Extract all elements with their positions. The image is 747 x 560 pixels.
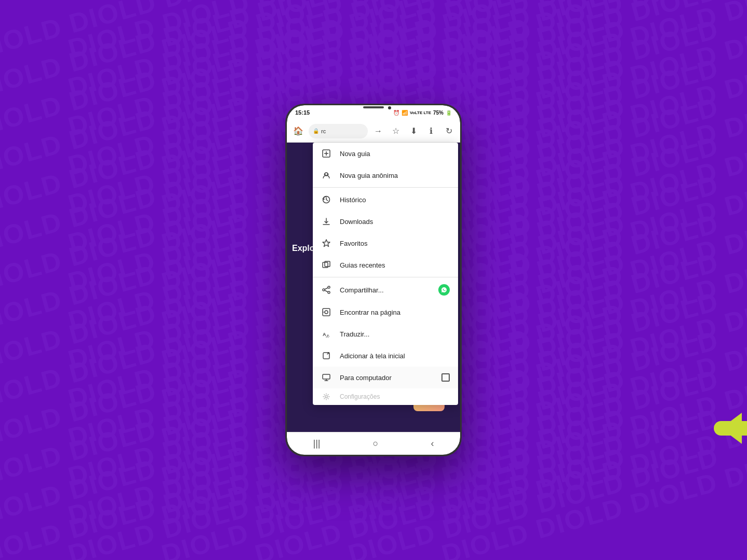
nova-guia-label: Nova guia: [340, 150, 450, 158]
forward-button[interactable]: →: [371, 124, 385, 138]
historico-label: Histórico: [340, 196, 450, 204]
anonima-icon: [321, 170, 331, 180]
adicionar-tela-label: Adicionar à tela inicial: [340, 352, 450, 360]
dropdown-menu: Nova guia Nova guia anônima: [313, 143, 458, 405]
download-button[interactable]: ⬇: [406, 124, 421, 138]
svg-text:あ: あ: [326, 334, 329, 338]
svg-point-13: [323, 289, 325, 291]
menu-item-encontrar[interactable]: Encontrar na página: [313, 301, 458, 323]
arrow-annotation: [706, 402, 747, 456]
nav-back[interactable]: ‹: [431, 438, 434, 449]
svg-marker-26: [721, 413, 742, 444]
divider-1: [313, 187, 458, 188]
svg-line-15: [325, 290, 328, 292]
star-button[interactable]: ☆: [389, 124, 403, 138]
status-icons: ⏰ 📶 VoLTE LTE 75% 🔋: [393, 110, 452, 116]
wifi-icon: 📶: [402, 110, 408, 116]
info-button[interactable]: ℹ: [424, 124, 438, 138]
traduzir-label: Traduzir...: [340, 330, 450, 338]
encontrar-icon: [321, 307, 331, 317]
home-button[interactable]: 🏠: [291, 124, 306, 138]
menu-item-nova-guia-anonima[interactable]: Nova guia anônima: [313, 164, 458, 186]
url-text: rc: [321, 128, 326, 134]
svg-rect-22: [323, 374, 330, 379]
configuracoes-label: Configurações: [340, 393, 450, 400]
menu-item-historico[interactable]: Histórico: [313, 189, 458, 211]
front-camera: [388, 106, 391, 109]
signal-text: VoLTE LTE: [410, 110, 431, 115]
refresh-button[interactable]: ↻: [441, 124, 456, 138]
svg-point-5: [327, 174, 329, 175]
battery-text: 75%: [433, 110, 444, 116]
time-display: 15:15: [295, 109, 310, 116]
menu-item-compartilhar[interactable]: Compartilhar...: [313, 278, 458, 301]
phone-screen: 15:15 ⏰ 📶 VoLTE LTE 75% 🔋 🏠 🔒 rc → ☆ ⬇ ℹ…: [287, 105, 460, 455]
nova-guia-icon: [321, 148, 331, 159]
lock-icon: 🔒: [313, 128, 319, 134]
para-computador-label: Para computador: [340, 374, 433, 382]
menu-item-favoritos[interactable]: Favoritos: [313, 232, 458, 254]
historico-icon: [321, 194, 331, 205]
menu-item-downloads[interactable]: Downloads: [313, 211, 458, 232]
alarm-icon: ⏰: [393, 110, 399, 116]
compartilhar-label: Compartilhar...: [340, 286, 430, 294]
anonima-label: Nova guia anônima: [340, 172, 450, 179]
adicionar-tela-icon: [321, 351, 331, 361]
menu-item-adicionar-tela[interactable]: Adicionar à tela inicial: [313, 345, 458, 367]
para-computador-checkbox[interactable]: [441, 373, 450, 382]
menu-item-nova-guia[interactable]: Nova guia: [313, 143, 458, 164]
compartilhar-icon: [321, 285, 331, 295]
encontrar-label: Encontrar na página: [340, 309, 450, 316]
favoritos-icon: [321, 238, 331, 248]
divider-2: [313, 277, 458, 277]
svg-point-4: [324, 174, 326, 175]
menu-item-para-computador[interactable]: Para computador: [313, 367, 458, 388]
guias-recentes-label: Guias recentes: [340, 261, 450, 269]
browser-toolbar: 🏠 🔒 rc → ☆ ⬇ ℹ ↻: [287, 120, 460, 143]
nav-home[interactable]: ○: [373, 438, 379, 449]
menu-item-guias-recentes[interactable]: Guias recentes: [313, 254, 458, 276]
address-bar[interactable]: 🔒 rc: [309, 124, 368, 138]
guias-recentes-icon: [321, 260, 331, 270]
nav-recent-apps[interactable]: |||: [313, 438, 321, 449]
para-computador-icon: [321, 372, 331, 383]
configuracoes-icon: [321, 391, 331, 402]
svg-marker-8: [323, 240, 330, 247]
traduzir-icon: A あ: [321, 329, 331, 339]
svg-point-11: [328, 286, 330, 288]
battery-icon: 🔋: [446, 110, 452, 116]
svg-line-14: [325, 288, 328, 289]
bottom-nav: ||| ○ ‹: [287, 432, 460, 455]
svg-point-12: [328, 291, 330, 293]
menu-item-traduzir[interactable]: A あ Traduzir...: [313, 323, 458, 345]
phone-speaker: [363, 106, 384, 108]
downloads-label: Downloads: [340, 218, 450, 226]
svg-point-17: [325, 311, 328, 314]
downloads-icon: [321, 216, 331, 227]
svg-point-25: [325, 396, 327, 398]
whatsapp-badge: [438, 284, 450, 296]
phone-device: 15:15 ⏰ 📶 VoLTE LTE 75% 🔋 🏠 🔒 rc → ☆ ⬇ ℹ…: [285, 104, 462, 456]
favoritos-label: Favoritos: [340, 240, 450, 247]
menu-item-configuracoes[interactable]: Configurações: [313, 388, 458, 405]
